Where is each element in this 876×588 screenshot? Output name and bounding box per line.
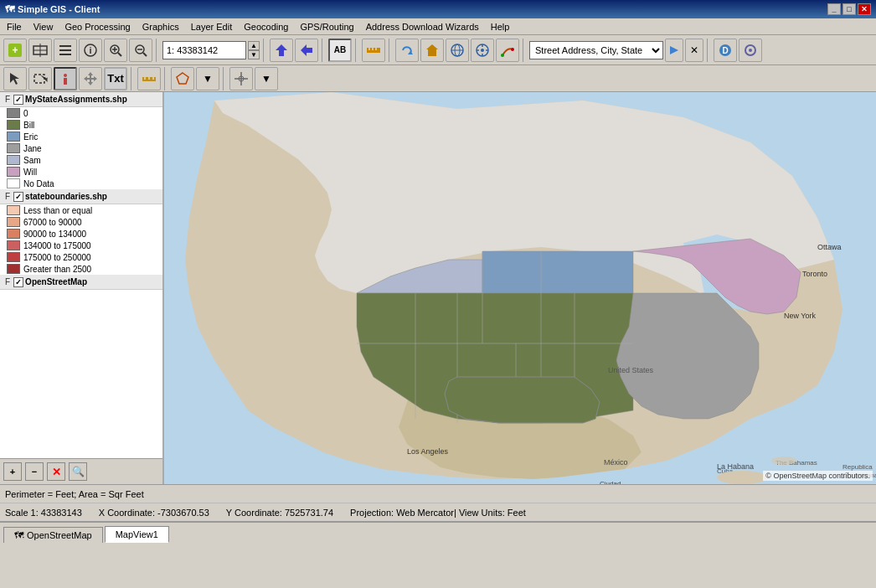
sep5 — [389, 39, 392, 62]
legend-color — [7, 252, 20, 262]
svg-text:+: + — [12, 44, 18, 56]
geocode-clear-button[interactable]: ✕ — [685, 39, 703, 62]
legend-label: Jane — [23, 144, 42, 153]
scale-down-button[interactable]: ▼ — [248, 50, 260, 59]
legend-color — [7, 217, 20, 227]
legend-item: Jane — [0, 142, 162, 154]
svg-point-35 — [511, 48, 514, 51]
status-bar: Perimeter = Feet; Area = Sqr Feet — [0, 484, 876, 503]
main-area: F ✓ MyStateAssignments.shp 0 Bill Eric J… — [0, 92, 876, 484]
scale-input-group: ▲ ▼ — [162, 41, 260, 59]
ruler-button[interactable] — [362, 39, 385, 62]
menu-geoprocessing[interactable]: Geo Processing — [59, 18, 135, 34]
minimize-button[interactable]: _ — [827, 3, 841, 15]
tab-mapview1[interactable]: MapView1 — [105, 526, 169, 543]
svg-rect-6 — [59, 49, 71, 51]
sep6 — [523, 39, 526, 62]
navigate-button[interactable] — [270, 39, 293, 62]
menu-view[interactable]: View — [28, 18, 59, 34]
menu-address-download[interactable]: Address Download Wizards — [361, 18, 484, 34]
legend-color — [7, 120, 20, 130]
zoom-in-button[interactable] — [104, 39, 127, 62]
crosshair-tool[interactable] — [229, 67, 253, 90]
draw-dropdown[interactable]: ▼ — [196, 67, 219, 90]
geocode-dropdown[interactable]: Street Address, City, State — [529, 41, 663, 59]
legend-item: No Data — [0, 178, 162, 189]
svg-text:México: México — [604, 458, 628, 467]
identify-button[interactable]: i — [79, 39, 102, 62]
legend-label: 90000 to 134000 — [23, 230, 86, 239]
menu-gpsrouting[interactable]: GPS/Routing — [295, 18, 358, 34]
legend-color — [7, 264, 20, 274]
title-bar-left: 🗺 Simple GIS - Client — [5, 4, 100, 14]
geocode-go-button[interactable] — [665, 39, 683, 62]
ab-button[interactable]: AB — [328, 39, 352, 62]
house-button[interactable] — [420, 39, 444, 62]
zoom-extents-button[interactable] — [28, 39, 52, 62]
svg-line-11 — [118, 53, 121, 56]
globe-button[interactable] — [446, 39, 469, 62]
remove-layer-ctrl-button[interactable]: − — [25, 462, 44, 481]
layer-controls: + − ✕ 🔍 — [0, 458, 162, 484]
search-layer-button[interactable]: 🔍 — [69, 462, 87, 481]
layer1-name: MyStateAssignments.shp — [25, 95, 127, 104]
scale-display: Scale 1: 43383143 — [5, 508, 82, 518]
layer1-header: F ✓ MyStateAssignments.shp — [0, 92, 162, 107]
zoom-out-button[interactable] — [129, 39, 152, 62]
draw-polygon-tool[interactable] — [171, 67, 194, 90]
legend-color — [7, 240, 20, 250]
menu-file[interactable]: File — [2, 18, 27, 34]
layer2-legend: Less than or equal 67000 to 90000 90000 … — [0, 204, 162, 275]
route-button[interactable] — [496, 39, 519, 62]
svg-marker-18 — [301, 44, 312, 56]
stop-button[interactable]: ✕ — [47, 462, 65, 481]
svg-marker-17 — [276, 44, 287, 56]
menu-geocoding[interactable]: Geocoding — [239, 18, 293, 34]
scale-up-button[interactable]: ▲ — [248, 41, 260, 50]
legend-item: 0 — [0, 107, 162, 119]
pan-tool[interactable] — [79, 67, 102, 90]
map-area[interactable]: Los Angeles United States New York Toron… — [164, 92, 876, 484]
projection-info: Projection: Web Mercator| View Units: Fe… — [350, 508, 526, 518]
svg-point-78 — [771, 456, 796, 465]
gps-button[interactable] — [471, 39, 494, 62]
map-svg: Los Angeles United States New York Toron… — [164, 92, 876, 484]
crosshair-dropdown[interactable]: ▼ — [255, 67, 278, 90]
add-layer-button[interactable]: + — [3, 39, 27, 62]
tab-openstreetmap[interactable]: 🗺 OpenStreetMap — [3, 527, 103, 543]
legend-label: Greater than 2500 — [23, 265, 91, 274]
menu-help[interactable]: Help — [486, 18, 515, 34]
scale-input[interactable] — [162, 41, 246, 59]
svg-rect-5 — [59, 45, 71, 47]
svg-text:Toronto: Toronto — [802, 270, 827, 278]
identify-tool[interactable] — [54, 67, 77, 90]
tab-bar: 🗺 OpenStreetMap MapView1 — [0, 521, 876, 543]
close-button[interactable]: ✕ — [858, 3, 871, 15]
svg-rect-19 — [367, 48, 380, 53]
layer3-visibility[interactable]: ✓ — [13, 277, 23, 287]
measure-tool[interactable] — [137, 67, 161, 90]
data-download-button[interactable]: D — [714, 39, 737, 62]
settings-button[interactable] — [739, 39, 762, 62]
select-rect-tool[interactable] — [28, 67, 52, 90]
legend-item: Greater than 2500 — [0, 263, 162, 275]
tab-osm-label: OpenStreetMap — [27, 530, 92, 540]
layer2-name: stateboundaries.shp — [25, 192, 107, 201]
menu-graphics[interactable]: Graphics — [137, 18, 184, 34]
select-tool[interactable] — [3, 67, 27, 90]
edit-text-tool[interactable]: Txt — [104, 67, 127, 90]
app-icon: 🗺 — [5, 4, 14, 14]
layer3-name: OpenStreetMap — [25, 277, 87, 286]
layer1-visibility[interactable]: ✓ — [13, 95, 23, 105]
add-layer-ctrl-button[interactable]: + — [3, 462, 22, 481]
legend-item: 134000 to 175000 — [0, 240, 162, 251]
legend-color — [7, 178, 20, 188]
legend-label: 134000 to 175000 — [23, 241, 91, 250]
refresh-button[interactable] — [395, 39, 419, 62]
legend-label: 0 — [23, 109, 28, 118]
back-button[interactable] — [295, 39, 318, 62]
menu-layeredit[interactable]: Layer Edit — [186, 18, 238, 34]
maximize-button[interactable]: □ — [843, 3, 856, 15]
layer-list-button[interactable] — [54, 39, 77, 62]
layer2-visibility[interactable]: ✓ — [13, 192, 23, 202]
